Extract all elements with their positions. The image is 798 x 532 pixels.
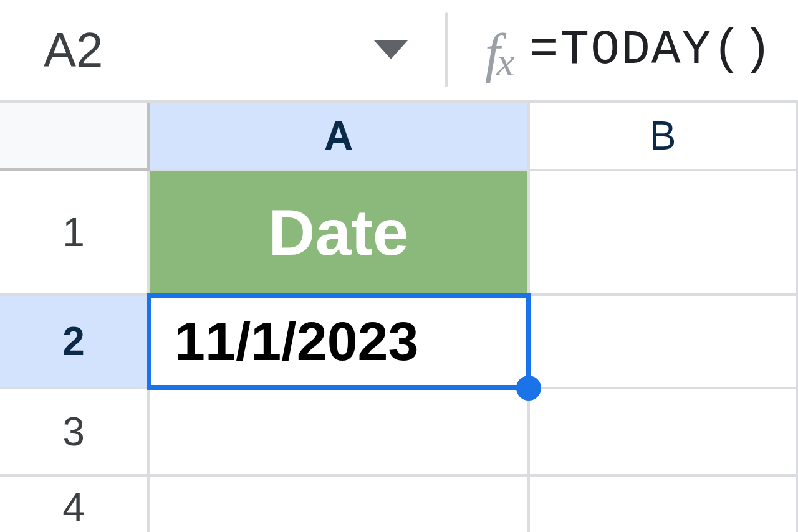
select-all-corner[interactable] bbox=[0, 103, 150, 171]
row-header-2[interactable]: 2 bbox=[0, 296, 150, 389]
cell-a1[interactable]: Date bbox=[150, 171, 530, 296]
column-header-a[interactable]: A bbox=[150, 103, 530, 171]
row-4: 4 bbox=[0, 477, 798, 532]
cell-a4[interactable] bbox=[150, 477, 530, 532]
chevron-down-icon bbox=[374, 40, 408, 59]
row-header-1[interactable]: 1 bbox=[0, 171, 150, 296]
row-1: 1 Date bbox=[0, 171, 798, 296]
row-header-4[interactable]: 4 bbox=[0, 477, 150, 532]
cell-a3[interactable] bbox=[150, 389, 530, 477]
formula-bar-divider bbox=[445, 12, 448, 87]
cell-a2[interactable]: 11/1/2023 bbox=[150, 296, 530, 389]
row-2: 2 11/1/2023 bbox=[0, 296, 798, 389]
cell-b3[interactable] bbox=[530, 389, 798, 477]
cell-a2-value: 11/1/2023 bbox=[175, 310, 419, 373]
cell-b1[interactable] bbox=[530, 171, 798, 296]
fill-handle[interactable] bbox=[516, 376, 541, 401]
row-header-3[interactable]: 3 bbox=[0, 389, 150, 477]
name-box-dropdown[interactable] bbox=[374, 40, 408, 59]
fx-icon: fx bbox=[485, 26, 511, 81]
formula-input[interactable]: =TODAY() bbox=[530, 22, 773, 77]
cell-b4[interactable] bbox=[530, 477, 798, 532]
column-header-b[interactable]: B bbox=[530, 103, 798, 171]
column-header-row: A B bbox=[0, 103, 798, 171]
cell-a1-value: Date bbox=[268, 196, 408, 270]
cell-b2[interactable] bbox=[530, 296, 798, 389]
row-3: 3 bbox=[0, 389, 798, 477]
spreadsheet-grid: A B 1 Date 2 11/1/2023 3 4 bbox=[0, 100, 798, 532]
svg-marker-0 bbox=[374, 40, 408, 59]
formula-bar: A2 fx =TODAY() bbox=[0, 0, 798, 100]
name-box[interactable]: A2 bbox=[44, 22, 128, 78]
